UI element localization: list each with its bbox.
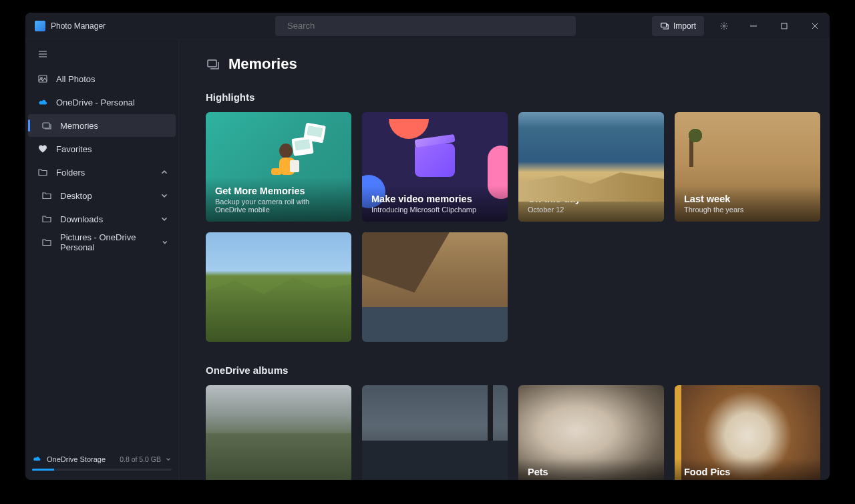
hamburger-button[interactable]: [32, 45, 53, 63]
sidebar-item-label: Folders: [56, 168, 85, 178]
svg-point-3: [723, 25, 725, 27]
app-icon: [35, 21, 45, 31]
card-subtitle: Through the years: [684, 206, 811, 214]
app-brand: Photo Manager: [25, 21, 106, 31]
minimize-icon: [749, 22, 757, 30]
close-button[interactable]: [800, 13, 830, 39]
chevron-up-icon: [160, 168, 169, 177]
titlebar-right: Import: [652, 13, 830, 39]
card-title: Get More Memories: [215, 186, 342, 196]
import-icon: [660, 21, 669, 31]
folder-icon: [41, 214, 52, 224]
maximize-button[interactable]: [770, 13, 799, 39]
sidebar-item-label: OneDrive - Personal: [56, 97, 135, 107]
sidebar-item-label: All Photos: [56, 74, 96, 84]
highlight-card-promo-onedrive[interactable]: Get More Memories Backup your camera rol…: [206, 112, 351, 222]
search-wrap: [275, 16, 576, 36]
sidebar-item-folders[interactable]: Folders: [28, 161, 176, 184]
sidebar-item-downloads[interactable]: Downloads: [28, 208, 176, 230]
chevron-down-icon: [160, 191, 169, 200]
album-card-connemara[interactable]: Camping in Connemara: [206, 385, 351, 480]
folder-icon: [37, 167, 48, 178]
card-overlay: Food Pics: [675, 459, 820, 480]
hamburger-icon: [37, 49, 48, 59]
titlebar: Photo Manager Import: [25, 13, 830, 39]
card-title: Camping in Connemara: [215, 467, 342, 477]
card-title: Trip to Tuscany: [215, 314, 342, 324]
app-window: Photo Manager Import: [25, 13, 830, 480]
svg-rect-5: [782, 23, 787, 29]
gear-icon: [720, 22, 728, 30]
card-title: Trip to Porto: [371, 314, 498, 324]
import-label: Import: [673, 21, 696, 31]
card-title: On this day: [528, 194, 655, 204]
storage-usage: 0.8 of 5.0 GB: [120, 455, 172, 463]
section-title-highlights: Highlights: [206, 91, 812, 103]
search-box[interactable]: [275, 16, 576, 36]
memories-icon: [41, 120, 52, 131]
highlights-grid: Get More Memories Backup your camera rol…: [206, 112, 812, 342]
highlight-card-porto[interactable]: Trip to Porto 2020: [362, 232, 508, 342]
section-title-albums: OneDrive albums: [206, 364, 812, 376]
page-title: Memories: [228, 55, 297, 73]
sidebar-item-onedrive[interactable]: OneDrive - Personal: [28, 91, 176, 113]
sidebar-item-label: Pictures - OneDrive Personal: [60, 232, 153, 252]
settings-button[interactable]: [711, 13, 737, 39]
highlight-card-promo-clipchamp[interactable]: Make video memories Introducing Microsof…: [362, 112, 508, 222]
photos-icon: [37, 73, 48, 84]
storage-label: OneDrive Storage: [47, 455, 106, 463]
album-card-pets[interactable]: Pets: [518, 385, 664, 480]
cloud-icon: [32, 454, 41, 465]
folder-icon: [41, 190, 52, 201]
sidebar-item-favorites[interactable]: Favorites: [28, 138, 176, 160]
card-subtitle: 2020: [371, 326, 498, 334]
sidebar-item-label: Downloads: [60, 214, 103, 224]
decoration: [389, 112, 429, 139]
card-title: Cycling Trips: [371, 467, 498, 477]
minimize-button[interactable]: [739, 13, 768, 39]
chevron-down-icon: [160, 214, 169, 224]
svg-rect-21: [271, 168, 282, 175]
sidebar-item-label: Favorites: [56, 144, 92, 154]
highlight-card-last-week[interactable]: Last week Through the years: [675, 112, 820, 222]
card-overlay: Make video memories Introducing Microsof…: [362, 186, 508, 222]
nav: All Photos OneDrive - Personal Memories …: [25, 67, 178, 254]
highlight-card-tuscany[interactable]: Trip to Tuscany 2021: [206, 232, 351, 342]
card-subtitle: Backup your camera roll with OneDrive mo…: [215, 198, 342, 214]
svg-rect-14: [208, 60, 216, 67]
card-subtitle: October 12: [528, 206, 655, 214]
search-input[interactable]: [287, 21, 569, 31]
sidebar-item-desktop[interactable]: Desktop: [28, 184, 176, 207]
heart-icon: [37, 144, 48, 154]
import-button[interactable]: Import: [652, 16, 704, 36]
sidebar-item-pictures[interactable]: Pictures - OneDrive Personal: [28, 231, 176, 254]
promo-illustration: [259, 119, 339, 186]
card-title: Last week: [684, 194, 811, 204]
card-overlay: Trip to Tuscany 2021: [206, 306, 351, 342]
sidebar-item-memories[interactable]: Memories: [28, 114, 176, 137]
chevron-down-icon: [165, 456, 172, 463]
maximize-icon: [780, 22, 788, 30]
memories-icon: [206, 57, 220, 71]
card-overlay: Get More Memories Backup your camera rol…: [206, 178, 351, 222]
card-overlay: On this day October 12: [518, 186, 664, 222]
storage-bar: [32, 469, 172, 471]
card-overlay: Pets: [518, 459, 664, 480]
chevron-down-icon: [161, 238, 169, 247]
app-title: Photo Manager: [51, 21, 106, 31]
card-title: Pets: [528, 467, 655, 477]
sidebar-footer: OneDrive Storage 0.8 of 5.0 GB: [25, 447, 178, 480]
album-card-cycling[interactable]: Cycling Trips: [362, 385, 508, 480]
cloud-icon: [37, 97, 48, 107]
highlight-card-on-this-day[interactable]: On this day October 12: [518, 112, 664, 222]
main-content: Memories Highlights G: [179, 39, 830, 480]
svg-rect-22: [290, 160, 299, 172]
clipchamp-icon: [415, 144, 455, 177]
card-overlay: Trip to Porto 2020: [362, 306, 508, 342]
sidebar-item-all-photos[interactable]: All Photos: [28, 67, 176, 90]
storage-bar-fill: [32, 469, 54, 471]
album-card-food[interactable]: Food Pics: [675, 385, 820, 480]
folder-icon: [41, 237, 52, 248]
storage-row[interactable]: OneDrive Storage 0.8 of 5.0 GB: [32, 454, 172, 465]
svg-rect-2: [661, 23, 667, 27]
